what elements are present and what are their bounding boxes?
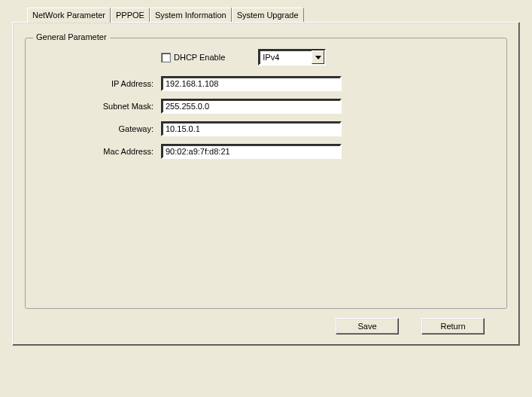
fieldset-title: General Parameter <box>33 32 110 41</box>
dhcp-enable-checkbox-wrap[interactable]: DHCP Enable <box>161 53 225 63</box>
tab-system-upgrade[interactable]: System Upgrade <box>232 8 304 22</box>
row-gateway: Gateway: <box>86 121 491 136</box>
tab-network-parameter[interactable]: NetWork Parameter <box>27 8 111 23</box>
ip-address-input[interactable] <box>161 76 342 91</box>
dhcp-enable-checkbox[interactable] <box>161 53 171 63</box>
ip-version-selected: IPv4 <box>263 53 279 62</box>
row-subnet-mask: Subnet Mask: <box>86 99 491 114</box>
dhcp-enable-label: DHCP Enable <box>174 53 225 62</box>
tab-pppoe[interactable]: PPPOE <box>111 8 150 22</box>
tab-strip: NetWork Parameter PPPOE System Informati… <box>27 8 520 22</box>
subnet-mask-input[interactable] <box>161 99 342 114</box>
ip-version-select[interactable]: IPv4 <box>258 49 326 66</box>
gateway-label: Gateway: <box>86 124 161 133</box>
mac-address-input[interactable] <box>161 144 342 159</box>
subnet-mask-label: Subnet Mask: <box>86 102 161 111</box>
tab-system-information[interactable]: System Information <box>150 8 232 22</box>
row-mac-address: Mac Address: <box>86 144 491 159</box>
button-row: Save Return <box>25 318 507 334</box>
general-parameter-fieldset: General Parameter DHCP Enable IPv4 IP Ad… <box>25 38 507 309</box>
row-ip-address: IP Address: <box>86 76 491 91</box>
gateway-input[interactable] <box>161 121 342 136</box>
return-button[interactable]: Return <box>421 318 485 334</box>
mac-address-label: Mac Address: <box>86 147 161 156</box>
ip-address-label: IP Address: <box>86 79 161 88</box>
tab-panel: General Parameter DHCP Enable IPv4 IP Ad… <box>12 22 520 346</box>
row-dhcp: DHCP Enable IPv4 <box>161 49 491 66</box>
save-button[interactable]: Save <box>336 318 399 334</box>
chevron-down-icon[interactable] <box>312 50 324 64</box>
